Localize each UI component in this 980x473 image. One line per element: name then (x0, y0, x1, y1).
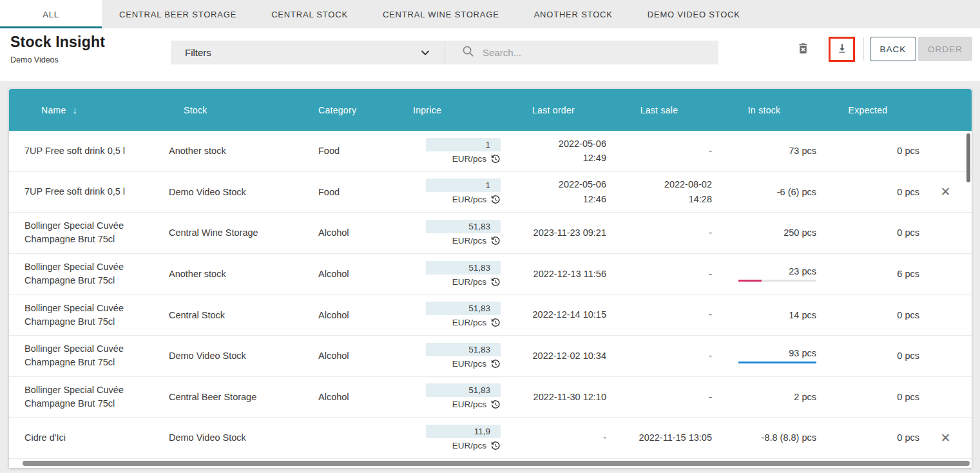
cell-inprice: 51,83 EUR/pcs (408, 254, 501, 294)
price-value: 1 (426, 138, 501, 151)
controls-divider (825, 37, 825, 61)
cell-actions: ✕ (919, 213, 972, 253)
tab-demo-video-stock[interactable]: DEMO VIDEO STOCK (630, 0, 758, 28)
cell-category: Food (318, 172, 408, 213)
column-label: Expected (849, 105, 888, 115)
cell-category (318, 418, 408, 458)
cell-stock: Central Wine Storage (169, 213, 318, 253)
cell-actions: ✕ (919, 254, 972, 294)
price-history-icon[interactable] (490, 317, 501, 328)
cell-name: Cidre d'Ici (9, 418, 169, 458)
table-row[interactable]: Bollinger Special Cuvée Champagne Brut 7… (9, 294, 972, 336)
cell-expected: 0 pcs (816, 418, 919, 458)
cell-stock: Demo Video Stock (169, 336, 318, 376)
price-unit-label: EUR/pcs (452, 277, 486, 287)
cell-name: 7UP Free soft drink 0,5 l (9, 172, 169, 213)
vertical-scrollbar-thumb[interactable] (966, 133, 970, 182)
price-value: 51,83 (426, 343, 501, 356)
cell-inprice: 51,83 EUR/pcs (408, 213, 501, 253)
price-unit-row: EUR/pcs (452, 399, 501, 410)
tab-another-stock[interactable]: ANOTHER STOCK (517, 0, 630, 28)
remove-row-icon[interactable]: ✕ (941, 186, 951, 198)
price-unit-row: EUR/pcs (452, 194, 501, 205)
page-header: Stock Insight Demo Videos Filters (0, 28, 980, 81)
cell-expected: 6 pcs (816, 254, 919, 294)
clear-selection-button[interactable] (791, 37, 814, 61)
price-history-icon[interactable] (490, 276, 501, 287)
tab-central-beer-storage[interactable]: CENTRAL BEER STORAGE (102, 0, 254, 28)
column-header-last-sale[interactable]: Last sale (606, 89, 712, 131)
cell-in-stock: 2 pcs (712, 377, 816, 418)
cell-category: Alcohol (318, 336, 408, 376)
cell-actions: ✕ (919, 377, 972, 418)
column-label: Name (41, 105, 66, 115)
cell-last-order: 2023-11-23 09:21 (501, 213, 606, 253)
cell-expected: 0 pcs (816, 213, 919, 253)
cell-inprice: 51,83 EUR/pcs (408, 294, 501, 335)
column-header-actions (919, 89, 972, 131)
price-history-icon[interactable] (490, 358, 501, 369)
cell-in-stock: 14 pcs (712, 294, 816, 335)
cell-actions: ✕ (919, 336, 972, 376)
table-row[interactable]: Cidre d'Ici Demo Video Stock 11,9 EUR/pc… (9, 418, 972, 459)
column-header-in-stock[interactable]: In stock (712, 89, 816, 131)
cell-expected: 0 pcs (816, 336, 919, 376)
tab-central-wine-storage[interactable]: CENTRAL WINE STORAGE (365, 0, 517, 28)
cell-stock: Demo Video Stock (169, 418, 318, 458)
controls-divider (863, 37, 864, 61)
remove-row-icon[interactable]: ✕ (941, 432, 951, 444)
cell-category: Alcohol (318, 254, 408, 294)
column-label: In stock (748, 105, 781, 115)
column-header-stock[interactable]: Stock (169, 89, 318, 131)
stock-table: Name↓StockCategoryInpriceLast orderLast … (9, 89, 972, 468)
cell-category: Alcohol (318, 294, 408, 335)
price-value: 1 (426, 179, 501, 192)
price-history-icon[interactable] (490, 153, 501, 164)
filters-label: Filters (185, 47, 211, 58)
cell-last-sale: - (606, 336, 712, 376)
cell-last-sale: 2022-08-02 14:28 (606, 172, 712, 213)
cell-in-stock: 73 pcs (712, 131, 816, 171)
table-row[interactable]: Bollinger Special Cuvée Champagne Brut 7… (9, 254, 972, 295)
column-header-last-order[interactable]: Last order (501, 89, 606, 131)
page-subtitle: Demo Videos (10, 55, 59, 64)
cell-last-sale: - (606, 213, 712, 253)
table-row[interactable]: 7UP Free soft drink 0,5 l Another stock … (9, 131, 972, 172)
price-history-icon[interactable] (490, 440, 501, 451)
table-row[interactable]: Bollinger Special Cuvée Champagne Brut 7… (9, 336, 972, 377)
column-label: Last order (532, 105, 575, 115)
price-history-icon[interactable] (490, 194, 501, 205)
column-header-expected[interactable]: Expected (816, 89, 919, 131)
price-unit-row: EUR/pcs (452, 440, 501, 451)
search-input[interactable] (481, 46, 718, 59)
cell-stock: Demo Video Stock (169, 172, 318, 213)
cell-last-order: 2022-05-06 12:49 (501, 131, 606, 171)
price-history-icon[interactable] (490, 399, 501, 410)
cell-last-order: 2022-12-14 10:15 (501, 294, 606, 335)
order-button[interactable]: ORDER (918, 37, 972, 61)
cell-last-order: - (501, 418, 606, 458)
export-download-button[interactable] (829, 37, 855, 62)
horizontal-scrollbar-thumb[interactable] (23, 461, 970, 466)
table-row[interactable]: 7UP Free soft drink 0,5 l Demo Video Sto… (9, 172, 972, 213)
column-header-inprice[interactable]: Inprice (408, 89, 501, 131)
price-history-icon[interactable] (490, 235, 501, 246)
back-button[interactable]: BACK (870, 37, 916, 61)
cell-expected: 0 pcs (816, 294, 919, 335)
column-header-category[interactable]: Category (318, 89, 408, 131)
table-header-row: Name↓StockCategoryInpriceLast orderLast … (9, 89, 972, 131)
tab-central-stock[interactable]: CENTRAL STOCK (254, 0, 365, 28)
price-unit-label: EUR/pcs (452, 359, 486, 369)
cell-inprice: 11,9 EUR/pcs (408, 418, 501, 458)
column-label: Category (318, 105, 356, 115)
cell-name: Bollinger Special Cuvée Champagne Brut 7… (9, 336, 169, 376)
cell-last-sale: 2022-11-15 13:05 (606, 418, 712, 458)
cell-expected: 0 pcs (816, 131, 919, 171)
filters-dropdown[interactable]: Filters (171, 41, 445, 64)
search-box (445, 41, 718, 64)
cell-in-stock: -6 (6) pcs (712, 172, 816, 213)
column-header-name[interactable]: Name↓ (9, 89, 169, 131)
tab-all[interactable]: ALL (0, 0, 102, 28)
table-row[interactable]: Bollinger Special Cuvée Champagne Brut 7… (9, 213, 972, 254)
table-row[interactable]: Bollinger Special Cuvée Champagne Brut 7… (9, 377, 972, 418)
